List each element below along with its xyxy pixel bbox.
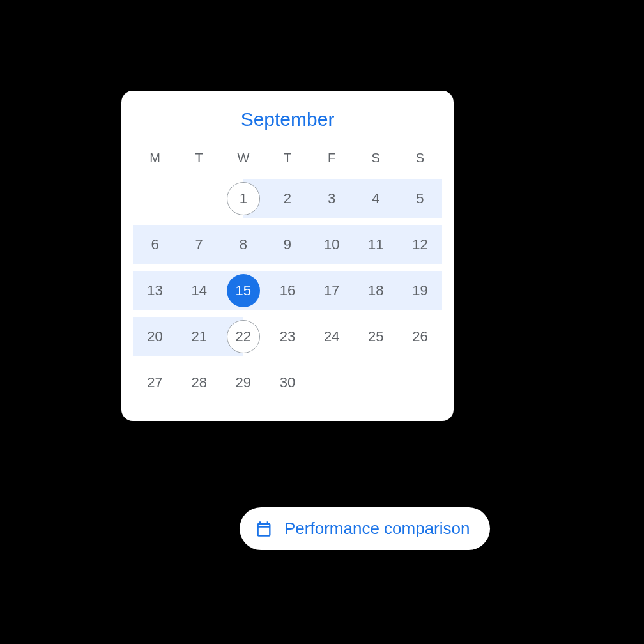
day-number: 2 xyxy=(284,190,291,207)
day-header-wed: W xyxy=(221,143,265,176)
day-number: 30 xyxy=(280,374,295,391)
day-number: 19 xyxy=(412,282,427,299)
day-number: 4 xyxy=(372,190,379,207)
day-number: 15 xyxy=(236,282,251,299)
day-cell[interactable]: 17 xyxy=(310,268,354,314)
day-number: 13 xyxy=(147,282,162,299)
day-cell[interactable]: 15 xyxy=(221,268,265,314)
day-number: 10 xyxy=(324,236,339,253)
day-cell[interactable]: 16 xyxy=(265,268,309,314)
day-cell[interactable]: 28 xyxy=(177,360,221,406)
day-number: 14 xyxy=(191,282,206,299)
day-header-thu: T xyxy=(265,143,309,176)
day-number: 29 xyxy=(236,374,251,391)
day-cell[interactable]: 26 xyxy=(398,314,442,360)
day-number: 11 xyxy=(368,236,383,253)
day-header-row: M T W T F S S xyxy=(133,143,442,176)
day-cell xyxy=(310,360,354,406)
day-cell[interactable]: 9 xyxy=(265,222,309,268)
day-number: 20 xyxy=(147,328,162,345)
month-title: September xyxy=(133,109,442,130)
day-number: 28 xyxy=(191,374,206,391)
day-cell[interactable]: 2 xyxy=(265,176,309,222)
day-number: 26 xyxy=(412,328,427,345)
day-cell xyxy=(177,176,221,222)
day-cell[interactable]: 18 xyxy=(354,268,398,314)
day-number: 27 xyxy=(147,374,162,391)
day-cell[interactable]: 13 xyxy=(133,268,177,314)
day-header-sat: S xyxy=(354,143,398,176)
chip-label: Performance comparison xyxy=(284,519,470,539)
day-cell[interactable]: 7 xyxy=(177,222,221,268)
day-cell[interactable]: 11 xyxy=(354,222,398,268)
day-cell xyxy=(398,360,442,406)
day-number: 17 xyxy=(324,282,339,299)
day-cell[interactable]: 24 xyxy=(310,314,354,360)
day-cell[interactable]: 1 xyxy=(221,176,265,222)
day-cell[interactable]: 21 xyxy=(177,314,221,360)
day-cell xyxy=(354,360,398,406)
calendar-card: September M T W T F S S 1234567891011121… xyxy=(121,91,454,421)
day-cell[interactable]: 25 xyxy=(354,314,398,360)
day-header-mon: M xyxy=(133,143,177,176)
day-number: 5 xyxy=(416,190,424,207)
day-number: 6 xyxy=(151,236,158,253)
day-cell[interactable]: 3 xyxy=(310,176,354,222)
day-number: 3 xyxy=(328,190,335,207)
performance-comparison-chip[interactable]: Performance comparison xyxy=(240,507,490,550)
day-number: 12 xyxy=(412,236,427,253)
day-number: 24 xyxy=(324,328,339,345)
day-cell[interactable]: 23 xyxy=(265,314,309,360)
calendar-icon xyxy=(255,520,273,538)
day-number: 7 xyxy=(195,236,203,253)
day-number: 25 xyxy=(368,328,383,345)
day-cell[interactable]: 29 xyxy=(221,360,265,406)
day-cell[interactable]: 14 xyxy=(177,268,221,314)
day-cell[interactable]: 22 xyxy=(221,314,265,360)
day-cell[interactable]: 12 xyxy=(398,222,442,268)
day-number: 22 xyxy=(236,328,251,345)
day-cell[interactable]: 30 xyxy=(265,360,309,406)
calendar-days: 1234567891011121314151617181920212223242… xyxy=(133,176,442,406)
day-number: 8 xyxy=(240,236,247,253)
day-cell[interactable]: 4 xyxy=(354,176,398,222)
day-number: 21 xyxy=(191,328,206,345)
day-cell xyxy=(133,176,177,222)
day-cell[interactable]: 8 xyxy=(221,222,265,268)
day-cell[interactable]: 27 xyxy=(133,360,177,406)
day-header-sun: S xyxy=(398,143,442,176)
day-cell[interactable]: 5 xyxy=(398,176,442,222)
day-cell[interactable]: 19 xyxy=(398,268,442,314)
day-cell[interactable]: 6 xyxy=(133,222,177,268)
day-header-tue: T xyxy=(177,143,221,176)
day-number: 1 xyxy=(240,190,247,207)
day-number: 16 xyxy=(280,282,295,299)
day-cell[interactable]: 10 xyxy=(310,222,354,268)
day-number: 9 xyxy=(284,236,291,253)
day-header-fri: F xyxy=(310,143,354,176)
day-number: 18 xyxy=(368,282,383,299)
day-cell[interactable]: 20 xyxy=(133,314,177,360)
day-number: 23 xyxy=(280,328,295,345)
